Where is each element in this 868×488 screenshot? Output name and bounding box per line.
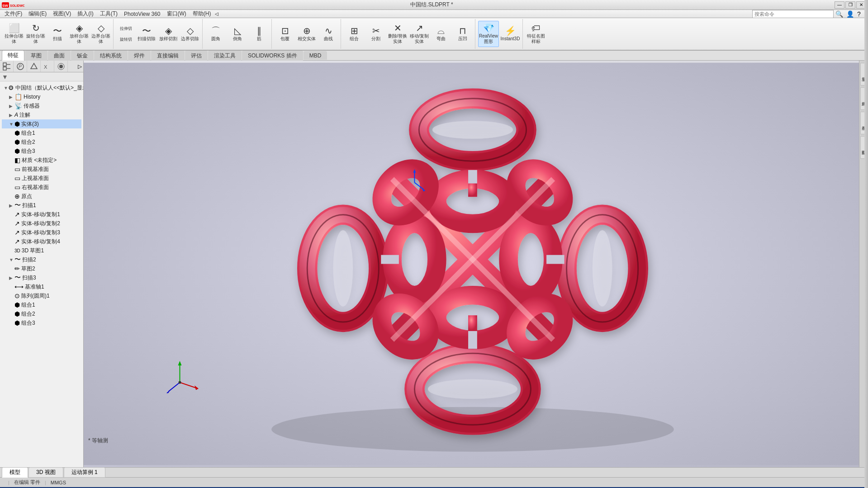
panel-tab-feature-manager[interactable] bbox=[0, 61, 14, 72]
tb-flex[interactable]: ⌓ 弯曲 bbox=[431, 21, 451, 47]
tb-split[interactable]: ✂ 分割 bbox=[365, 21, 386, 47]
tree-item-move2[interactable]: ↗ 实体-移动/复制2 bbox=[2, 219, 81, 228]
tab-sketch[interactable]: 草图 bbox=[25, 51, 47, 61]
tb-sweep-cut[interactable]: 〜 扫描切除 bbox=[136, 21, 157, 47]
tree-item-sweep1[interactable]: ▶ 〜 扫描1 bbox=[2, 201, 81, 210]
tb-combine[interactable]: ⊞ 组合 bbox=[344, 21, 365, 47]
tab-render[interactable]: 渲染工具 bbox=[208, 51, 242, 61]
svg-rect-34 bbox=[468, 315, 477, 331]
tb-intersect[interactable]: ⊕ 相交实体 bbox=[296, 21, 317, 47]
menu-edit[interactable]: 编辑(E) bbox=[26, 9, 49, 18]
tree-item-right-plane[interactable]: ▭ 右视基准面 bbox=[2, 183, 81, 192]
menu-window[interactable]: 窗口(W) bbox=[164, 9, 189, 18]
tab-sheetmetal[interactable]: 钣金 bbox=[71, 51, 94, 61]
tab-direct-edit[interactable]: 直接编辑 bbox=[151, 51, 185, 61]
tb-fillet[interactable]: ⌒ 圆角 bbox=[205, 21, 226, 47]
tree-item-top-plane[interactable]: ▭ 上视基准面 bbox=[2, 174, 81, 183]
tb-extrude-boss[interactable]: ⬜ 拉伸台/基体 bbox=[4, 21, 24, 47]
tb-revolve-cut[interactable]: 旋转切 bbox=[116, 34, 135, 44]
minimize-button[interactable]: — bbox=[835, 1, 844, 9]
tree-item-sweep3[interactable]: ▶ 〜 扫描3 bbox=[2, 273, 81, 282]
tb-boundary[interactable]: ◇ 边界台/基体 bbox=[90, 21, 111, 47]
restore-button[interactable]: ❐ bbox=[845, 1, 855, 9]
intersect-icon: ⊕ bbox=[303, 26, 311, 35]
panel-tab-display-manager[interactable] bbox=[54, 61, 68, 72]
status-bar: | 在编辑 零件 | MMGS bbox=[0, 477, 868, 487]
tree-item-move1[interactable]: ↗ 实体-移动/复制1 bbox=[2, 210, 81, 219]
tree-item-pattern[interactable]: ⊙ 陈列(圆周)1 bbox=[2, 291, 81, 300]
tree-item-material[interactable]: ◧ 材质 <未指定> bbox=[2, 156, 81, 165]
tb-extrude-cut[interactable]: 拉伸切 bbox=[116, 24, 135, 33]
tree-item-move4[interactable]: ↗ 实体-移动/复制4 bbox=[2, 237, 81, 246]
tree-item-combine-g3[interactable]: ⬢ 组合3 bbox=[2, 318, 81, 327]
panel-expand-btn[interactable]: ▷ bbox=[76, 61, 83, 72]
bottom-tab-motion[interactable]: 运动算例 1 bbox=[64, 467, 105, 478]
bottom-tabs: 模型 3D 视图 运动算例 1 bbox=[0, 467, 868, 477]
tb-curves[interactable]: ∿ 曲线 bbox=[318, 21, 339, 47]
tb-chamfer[interactable]: ◺ 倒角 bbox=[227, 21, 248, 47]
tb-indent[interactable]: ⊓ 压凹 bbox=[452, 21, 473, 47]
window-controls[interactable]: — ❐ ✕ bbox=[835, 1, 866, 9]
tab-weld[interactable]: 焊件 bbox=[128, 51, 151, 61]
menu-help[interactable]: 帮助(H) bbox=[190, 9, 214, 18]
bottom-tab-3dview[interactable]: 3D 视图 bbox=[28, 467, 63, 478]
panel-tab-property-manager[interactable]: P bbox=[14, 61, 27, 72]
toolbar-group-tag: 🏷 特征名图样标 bbox=[524, 19, 548, 49]
menu-photoview[interactable]: PhotoView 360 bbox=[121, 10, 163, 18]
menu-extra[interactable]: ◁ bbox=[215, 11, 224, 16]
menu-insert[interactable]: 插入(I) bbox=[75, 9, 96, 18]
tab-evaluate[interactable]: 评估 bbox=[185, 51, 208, 61]
menu-view[interactable]: 视图(V) bbox=[50, 9, 74, 18]
tree-item-combine-g2[interactable]: ⬢ 组合2 bbox=[2, 309, 81, 318]
tree-item-annotations[interactable]: ▶ A 注解 bbox=[2, 110, 81, 119]
menu-tools[interactable]: 工具(T) bbox=[97, 9, 120, 18]
tree-item-combine3-sub[interactable]: ⬢ 组合3 bbox=[2, 147, 81, 156]
tree-item-sweep2[interactable]: ▼ 〜 扫描2 bbox=[2, 255, 81, 264]
tree-item-history[interactable]: ▶ 📋 History bbox=[2, 92, 81, 101]
tree-item-solid-bodies[interactable]: ▼ ⬢ 实体(3) bbox=[2, 119, 81, 128]
viewport[interactable]: ↙ ⊡ 🔍 ✋ ↻ ▣ ◫ 🎨 ◧ 👁 ⊕ ⚙ bbox=[84, 61, 859, 467]
tree-item-combine-g1[interactable]: ⬢ 组合1 bbox=[2, 300, 81, 309]
tree-item-root[interactable]: ▼ ⚙ 中国结（默认人<<默认>_显示状态 1>） bbox=[2, 83, 81, 92]
tab-surface[interactable]: 曲面 bbox=[48, 51, 71, 61]
tab-plugins[interactable]: SOLIDWORKS 插件 bbox=[242, 51, 303, 61]
bottom-tab-model[interactable]: 模型 bbox=[2, 467, 28, 478]
toolbar-row: ⬜ 拉伸台/基体 ↻ 旋转台/基体 〜 扫描 ◈ 放样台/基体 ◇ 边界台/基体 bbox=[0, 18, 868, 50]
panel-tab-dim-expert[interactable]: X bbox=[41, 61, 54, 72]
search-icon[interactable]: 🔍 bbox=[835, 10, 844, 18]
command-search-input[interactable] bbox=[752, 10, 834, 18]
tb-loft-cut[interactable]: ◈ 放样切割 bbox=[158, 21, 179, 47]
status-editing: 在编辑 零件 bbox=[14, 479, 40, 486]
tree-item-move3[interactable]: ↗ 实体-移动/复制3 bbox=[2, 228, 81, 237]
tb-revolve-boss[interactable]: ↻ 旋转台/基体 bbox=[25, 21, 46, 47]
svg-text:P: P bbox=[19, 64, 22, 69]
tb-loft[interactable]: ◈ 放样台/基体 bbox=[69, 21, 90, 47]
tb-boundary-cut[interactable]: ◇ 边界切除 bbox=[180, 21, 200, 47]
tree-item-origin[interactable]: ⊕ 原点 bbox=[2, 192, 81, 201]
view-label: * 等轴测 bbox=[88, 437, 108, 445]
toolbar-group-wrap: ⊡ 包覆 ⊕ 相交实体 ∿ 曲线 bbox=[273, 19, 341, 49]
tree-item-axis1[interactable]: ⟷ 基准轴1 bbox=[2, 282, 81, 291]
user-icon[interactable]: 👤 bbox=[846, 10, 855, 18]
tab-structure[interactable]: 结构系统 bbox=[94, 51, 128, 61]
tree-item-3ddraft1[interactable]: 3D 3D 草图1 bbox=[2, 246, 81, 255]
tree-item-sketch2[interactable]: ✏ 草图2 bbox=[2, 264, 81, 273]
tab-mbd[interactable]: MBD bbox=[304, 51, 327, 60]
tb-feature-tag[interactable]: 🏷 特征名图样标 bbox=[526, 21, 546, 47]
tb-realview[interactable]: 💎 RealView图形 bbox=[478, 21, 499, 47]
tb-move-body[interactable]: ↗ 移动/复制实体 bbox=[409, 21, 430, 47]
tb-sweep[interactable]: 〜 扫描 bbox=[47, 21, 68, 47]
tree-item-sensors[interactable]: ▶ 📡 传感器 bbox=[2, 101, 81, 110]
filter-icon[interactable]: ▼ bbox=[2, 73, 8, 81]
menu-file[interactable]: 文件(F) bbox=[2, 9, 25, 18]
tb-delete-body[interactable]: ✕ 删除/替换实体 bbox=[387, 21, 408, 47]
panel-tab-config-manager[interactable] bbox=[27, 61, 41, 72]
tb-rib[interactable]: ∥ 筋 bbox=[249, 21, 270, 47]
tb-wrap[interactable]: ⊡ 包覆 bbox=[275, 21, 295, 47]
tb-instant3d[interactable]: ⚡ Instant3D bbox=[500, 21, 521, 47]
tree-item-front-plane[interactable]: ▭ 前视基准面 bbox=[2, 165, 81, 174]
tab-features[interactable]: 特征 bbox=[2, 50, 24, 61]
tree-item-combine2-sub[interactable]: ⬢ 组合2 bbox=[2, 137, 81, 147]
svg-rect-3 bbox=[3, 63, 6, 66]
tree-item-combine1-sub[interactable]: ⬢ 组合1 bbox=[2, 128, 81, 137]
